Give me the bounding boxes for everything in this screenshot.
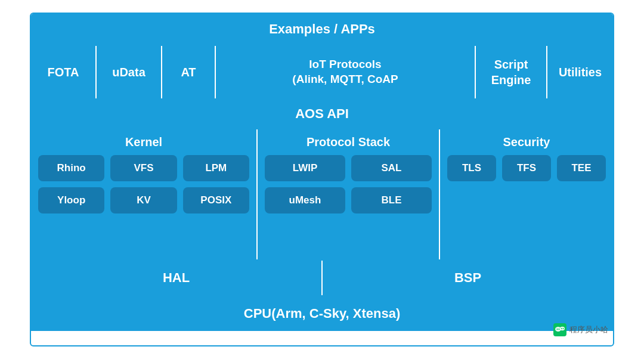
cpu-label: CPU(Arm, C-Sky, Xtensa): [244, 306, 400, 321]
udata-label: uData: [112, 66, 145, 79]
svg-point-4: [559, 329, 560, 330]
script-line1: Script: [494, 58, 528, 71]
bsp-label: BSP: [454, 270, 481, 286]
kernel-grid: Rhino VFS LPM Yloop KV POSIX: [38, 155, 249, 213]
kernel-title: Kernel: [38, 135, 249, 149]
iot-line1: IoT Protocols: [309, 58, 381, 70]
row-hal: HAL BSP: [31, 261, 613, 296]
fota-label: FOTA: [48, 66, 79, 79]
hal-label: HAL: [163, 270, 190, 286]
script-line2: Engine: [491, 73, 531, 86]
cell-fota: FOTA: [31, 46, 97, 98]
security-grid: TLS TFS TEE: [447, 155, 606, 181]
watermark: 程序员小哈: [553, 323, 608, 336]
cell-udata: uData: [97, 46, 162, 98]
cell-at: AT: [162, 46, 216, 98]
aosapi-cell: AOS API: [31, 100, 613, 128]
svg-point-3: [557, 329, 558, 330]
chip-posix: POSIX: [183, 187, 249, 213]
chip-lpm: LPM: [183, 155, 249, 181]
cell-script: Script Engine: [476, 46, 547, 98]
chip-sal: SAL: [351, 155, 432, 181]
wechat-icon: [553, 323, 566, 336]
script-label: Script Engine: [491, 57, 531, 88]
protocol-section: Protocol Stack LWIP SAL uMesh BLE: [258, 129, 440, 259]
svg-point-2: [560, 327, 565, 330]
at-label: AT: [181, 66, 196, 79]
utilities-label: Utilities: [559, 66, 602, 79]
protocol-title: Protocol Stack: [265, 135, 432, 149]
row-examples: Examples / APPs: [31, 14, 613, 46]
iot-line2: (Alink, MQTT, CoAP: [292, 73, 398, 85]
cell-bsp: BSP: [323, 261, 613, 295]
kernel-section: Kernel Rhino VFS LPM Yloop KV POSI: [31, 129, 258, 259]
iot-label: IoT Protocols (Alink, MQTT, CoAP: [292, 57, 398, 86]
chip-rhino: Rhino: [38, 155, 104, 181]
watermark-text: 程序员小哈: [569, 324, 608, 335]
chip-kv: KV: [110, 187, 177, 213]
examples-apps-label: Examples / APPs: [269, 21, 375, 37]
chip-lwip: LWIP: [265, 155, 345, 181]
chip-tfs: TFS: [502, 155, 551, 181]
cell-hal: HAL: [31, 261, 323, 295]
architecture-diagram: Examples / APPs FOTA uData AT IoT Protoc…: [30, 13, 614, 346]
security-section: Security TLS TFS TEE: [440, 129, 613, 259]
chip-yloop: Yloop: [38, 187, 104, 213]
chip-vfs: VFS: [110, 155, 177, 181]
row-kernel-section: Kernel Rhino VFS LPM Yloop KV POSI: [31, 129, 613, 261]
chip-ble: BLE: [351, 187, 432, 213]
protocol-grid: LWIP SAL uMesh BLE: [265, 155, 432, 213]
cell-utilities: Utilities: [547, 46, 613, 98]
cpu-cell: CPU(Arm, C-Sky, Xtensa): [31, 296, 613, 331]
chip-tls: TLS: [447, 155, 496, 181]
row-apps: FOTA uData AT IoT Protocols (Alink, MQTT…: [31, 46, 613, 100]
security-title: Security: [447, 135, 606, 149]
chip-tee: TEE: [557, 155, 606, 181]
svg-point-6: [563, 328, 564, 329]
row-aosapi: AOS API: [31, 100, 613, 129]
row-cpu: CPU(Arm, C-Sky, Xtensa): [31, 296, 613, 331]
cell-iot: IoT Protocols (Alink, MQTT, CoAP: [216, 46, 476, 98]
svg-point-5: [561, 328, 562, 329]
examples-apps-cell: Examples / APPs: [31, 14, 613, 45]
chip-umesh: uMesh: [265, 187, 345, 213]
aosapi-label: AOS API: [295, 106, 349, 122]
